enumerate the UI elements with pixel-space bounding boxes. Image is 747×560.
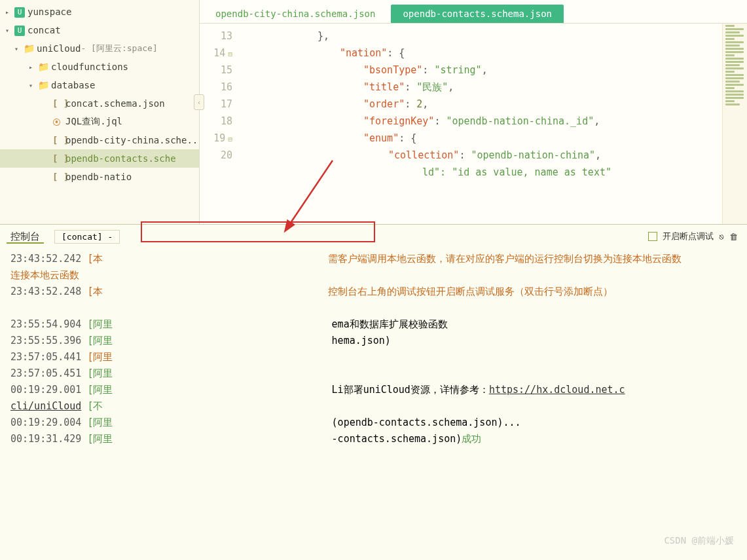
tree-label: yunspace (27, 7, 71, 17)
sidebar-collapse-icon[interactable]: ‹ (194, 94, 204, 110)
debug-label: 开启断点调试 (663, 231, 714, 242)
tree-label: opendb-natio (65, 172, 132, 182)
log-tag: [本 (87, 286, 103, 297)
code-token: : { (387, 47, 405, 59)
log-ts: 23:55:55.396 (10, 335, 81, 346)
line-number: 17 (200, 96, 232, 113)
editor-tab-active[interactable]: opendb-contacts.schema.json (391, 5, 564, 23)
tree-label: JQL查询.jql (65, 116, 122, 128)
log-tag: [阿里 (87, 318, 113, 330)
log-text: ema和数据库扩展校验函数 (332, 318, 448, 330)
code-key: "nation" (340, 47, 387, 59)
log-text: -contacts.schema.json) (332, 433, 462, 445)
log-ts: 23:43:52.248 (10, 286, 81, 297)
log-text: Li部署uniCloud资源，详情参考： (332, 384, 489, 396)
log-tag: [阿里 (87, 417, 113, 428)
console-tabs: 控制台 [concat] - 开启断点调试 ⎋ 🗑 (0, 225, 747, 248)
log-text: 需客户端调用本地云函数，请在对应的客户端的运行控制台切换为连接本地云函数 (328, 253, 682, 265)
code-val: ld": "id as value, name as text" (422, 166, 611, 178)
tree-folder-database[interactable]: ▾📁database (0, 76, 199, 94)
code-val: "string" (434, 64, 481, 76)
console-panel: 控制台 [concat] - 开启断点调试 ⎋ 🗑 23:43:52.242 [… (0, 224, 747, 560)
log-ts: 23:43:52.242 (10, 253, 81, 265)
code-val: "民族" (416, 81, 448, 93)
editor-tabs: opendb-city-china.schema.json opendb-con… (200, 0, 747, 24)
tree-label: uniCloud (37, 43, 81, 54)
tree-label: opendb-city-china.sche... (65, 135, 199, 145)
tree-file[interactable]: [ ]opendb-natio (0, 168, 199, 186)
tree-suffix: - [阿里云:space] (81, 43, 157, 54)
line-number: 15 (200, 62, 232, 79)
tree-project[interactable]: ▸Uyunspace (0, 3, 199, 21)
log-text: hema.json) (332, 335, 391, 346)
tree-file-active[interactable]: [ ]opendb-contacts.sche (0, 149, 199, 168)
line-number: 16 (200, 79, 232, 96)
log-text: 成功 (462, 433, 481, 445)
tree-label: concat (27, 25, 61, 35)
log-ts: 00:19:29.001 (10, 384, 81, 396)
log-ts: 23:55:54.904 (10, 318, 81, 330)
log-link[interactable]: https://hx.dcloud.net.c (489, 384, 625, 396)
line-number: 20 (200, 147, 232, 164)
console-actions: 开启断点调试 ⎋ 🗑 (648, 231, 747, 242)
log-text: 连接本地云函数 (10, 269, 79, 281)
debug-checkbox[interactable] (648, 232, 657, 241)
log-tag: [阿里 (87, 384, 113, 396)
code-key: "bsonType" (363, 64, 422, 76)
tree-file[interactable]: [ ]concat.schema.json (0, 94, 199, 113)
log-link[interactable]: cli/uniCloud (10, 400, 81, 412)
log-tag: [本 (87, 253, 103, 265)
tree-label: concat.schema.json (65, 98, 165, 109)
export-icon[interactable]: ⎋ (719, 232, 724, 242)
tree-folder-cloudfunctions[interactable]: ▸📁cloudfunctions (0, 58, 199, 76)
editor-tab[interactable]: opendb-city-china.schema.json (213, 5, 378, 23)
tree-label: cloudfunctions (51, 62, 128, 72)
tree-file[interactable]: ⦿JQL查询.jql (0, 113, 199, 131)
log-text: (opendb-contacts.schema.json)... (332, 417, 521, 428)
clear-icon[interactable]: 🗑 (729, 232, 738, 242)
fold-icon[interactable]: ⊟ (228, 135, 232, 143)
line-number: 19 (213, 132, 225, 144)
code-key: "foreignKey" (363, 115, 434, 127)
line-number: 13 (200, 28, 232, 45)
log-tag: [阿里 (87, 351, 113, 363)
code-val: "opendb-nation-china._id" (446, 115, 594, 127)
log-tag: [阿里 (87, 367, 113, 379)
code-val: 2 (416, 98, 422, 110)
code-key: "title" (363, 81, 405, 93)
log-ts: 00:19:29.004 (10, 417, 81, 428)
tree-folder-unicloud[interactable]: ▾📁uniCloud - [阿里云:space] (0, 39, 199, 58)
code-key: "collection" (388, 149, 459, 161)
line-number: 14 (213, 47, 225, 59)
tree-project[interactable]: ▾Uconcat (0, 21, 199, 39)
tree-label: opendb-contacts.sche (65, 153, 176, 164)
log-ts: 23:57:05.451 (10, 367, 81, 379)
console-selector[interactable]: [concat] - (54, 230, 120, 244)
log-text: 控制台右上角的调试按钮开启断点调试服务（双击行号添加断点） (328, 286, 613, 297)
log-ts: 00:19:31.429 (10, 433, 81, 445)
console-tab[interactable]: 控制台 (0, 231, 50, 243)
log-tag: [不 (87, 400, 103, 412)
log-ts: 23:57:05.441 (10, 351, 81, 363)
console-output[interactable]: 23:43:52.242 [本 需客户端调用本地云函数，请在对应的客户端的运行控… (0, 248, 747, 454)
log-tag: [阿里 (87, 335, 113, 346)
tree-file[interactable]: [ ]opendb-city-china.sche... (0, 131, 199, 149)
watermark: CSDN @前端小媛 (664, 535, 734, 547)
code-token: }, (318, 30, 329, 42)
code-key: "order" (363, 98, 405, 110)
line-number: 18 (200, 113, 232, 130)
tree-label: database (51, 80, 95, 90)
code-val: "opendb-nation-china" (471, 149, 595, 161)
fold-icon[interactable]: ⊟ (228, 50, 232, 58)
log-tag: [阿里 (87, 433, 113, 445)
code-key: "enum" (363, 132, 399, 144)
